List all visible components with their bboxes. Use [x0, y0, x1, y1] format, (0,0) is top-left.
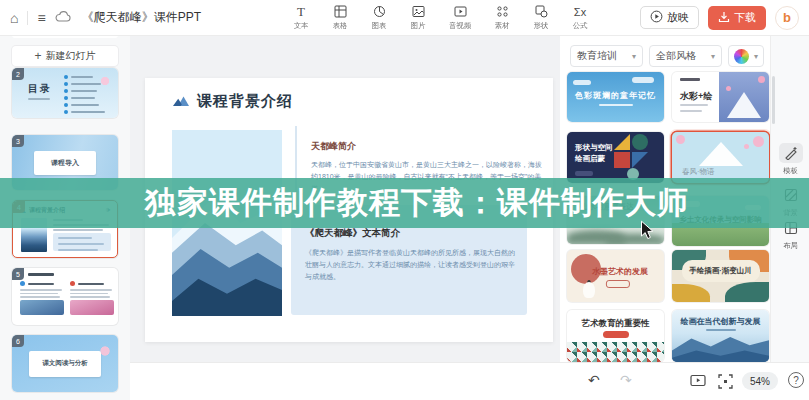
material-tool-icon [496, 5, 509, 18]
slide-thumbnail-6[interactable]: 6 课文阅读与分析 [12, 335, 118, 392]
chart-tool-icon [373, 5, 386, 18]
redo-icon[interactable]: ↷ [620, 373, 632, 387]
tool-chart[interactable]: 图表 [366, 5, 392, 31]
tool-formula[interactable]: Σx 公式 [567, 5, 593, 31]
template-card-spring-fuji-selected[interactable]: 春风·物语 [672, 132, 769, 183]
template-card-modern-painting[interactable]: 绘画在当代创新与发展 [672, 310, 769, 362]
chevron-down-icon: ▾ [754, 52, 758, 61]
mouse-cursor [640, 220, 655, 245]
formula-tool-icon: Σx [574, 5, 586, 18]
present-button[interactable]: 放映 [640, 6, 699, 29]
toc-items [64, 75, 105, 117]
toc-title-block: 目录 [28, 82, 52, 100]
download-icon [718, 11, 730, 25]
insert-toolbar: T 文本 表格 图表 图片 [288, 0, 593, 35]
menu-icon[interactable]: ≡ [37, 11, 45, 25]
tool-image[interactable]: 图片 [405, 5, 431, 31]
template-card-art-education[interactable]: 艺术教育的重要性 [567, 310, 664, 362]
play-icon [650, 10, 663, 25]
promo-banner[interactable]: 独家课件制作教程下载：课件制作大师 [0, 178, 809, 228]
thumbnail-card-left [20, 281, 64, 315]
topbar-left: ⌂ ≡ 《爬天都峰》课件PPT [10, 0, 201, 35]
tool-media[interactable]: 音视频 [444, 5, 476, 31]
slide-number-badge: 3 [12, 135, 24, 147]
mountain-icon [172, 93, 191, 111]
tool-material[interactable]: 素材 [489, 5, 515, 31]
table-tool-icon [334, 5, 347, 18]
slide-number-badge: 2 [12, 68, 24, 80]
new-slide-button[interactable]: + 新建幻灯片 [12, 46, 118, 66]
panel-scrollbar[interactable] [772, 76, 775, 124]
document-title[interactable]: 《爬天都峰》课件PPT [82, 9, 201, 26]
shape-tool-icon [535, 5, 548, 18]
divider [27, 11, 28, 25]
strip-item-template[interactable]: 模板 [771, 143, 809, 176]
template-card-childhood[interactable]: 色彩斑斓的童年记忆 [567, 72, 664, 122]
promo-banner-text: 独家课件制作教程下载：课件制作大师 [145, 182, 689, 224]
status-bar: ↶ ↷ 54% ? [130, 362, 809, 400]
zoom-level-badge[interactable]: 54% [742, 372, 778, 390]
download-button[interactable]: 下载 [708, 6, 766, 30]
topbar-right: 放映 下载 b [640, 0, 799, 35]
cloud-sync-icon[interactable] [55, 11, 71, 25]
undo-icon[interactable]: ↶ [588, 373, 600, 387]
template-tool-icon [779, 143, 803, 163]
slide-title-row[interactable]: 课程背景介绍 [172, 92, 293, 111]
tool-text[interactable]: T 文本 [288, 5, 314, 31]
brand-logo[interactable]: b [775, 6, 799, 30]
template-card-illustration[interactable]: 手绘插画·渐变山川 [672, 250, 769, 302]
slide-number-badge: 6 [12, 335, 24, 347]
home-icon[interactable]: ⌂ [10, 11, 18, 25]
color-filter-dropdown[interactable]: ▾ [728, 45, 764, 67]
slide-number-badge: 5 [12, 268, 24, 280]
chevron-down-icon: ▾ [711, 52, 715, 61]
thumbnail-textbox [53, 233, 111, 251]
text-tool-icon: T [297, 5, 305, 18]
fit-screen-icon[interactable] [718, 374, 733, 391]
color-wheel-icon [734, 49, 749, 64]
slide-thumbnail-2[interactable]: 2 目录 [12, 68, 118, 118]
image-tool-icon [412, 5, 425, 18]
app-window: ⌂ ≡ 《爬天都峰》课件PPT T 文本 表格 [0, 0, 809, 400]
template-card-watercolor[interactable]: 水彩+绘 [672, 72, 769, 122]
topbar: ⌂ ≡ 《爬天都峰》课件PPT T 文本 表格 [0, 0, 809, 36]
plus-icon: + [34, 50, 41, 62]
presenter-view-icon[interactable] [690, 374, 706, 390]
template-card-ink-art[interactable]: 水墨艺术的发展 [567, 250, 664, 302]
chevron-down-icon: ▾ [632, 52, 636, 61]
slide-thumbnail-5[interactable]: 5 [12, 268, 118, 325]
category-filter-dropdown[interactable]: 教育培训 ▾ [570, 45, 643, 67]
help-icon[interactable]: ? [788, 372, 804, 388]
media-tool-icon [454, 5, 467, 18]
style-filter-dropdown[interactable]: 全部风格 ▾ [649, 45, 722, 67]
template-card-shapes[interactable]: 形状与空间 绘画启蒙 [567, 132, 664, 183]
thumbnail-card-right [70, 281, 114, 315]
tool-table[interactable]: 表格 [327, 5, 353, 31]
tool-shape[interactable]: 形状 [528, 5, 554, 31]
